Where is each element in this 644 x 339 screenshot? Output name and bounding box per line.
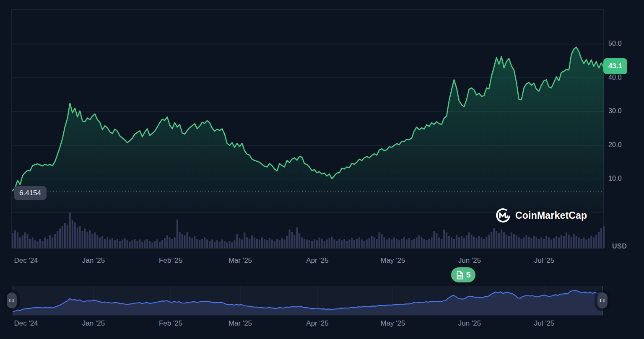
x-axis-month-label: Dec '24 [14, 256, 38, 265]
x-axis-month-label: Apr '25 [306, 256, 328, 265]
current-price-badge: 43.1 [603, 58, 627, 74]
x-axis-month-label: Feb '25 [159, 256, 182, 265]
x-axis-month-label: Jul '25 [534, 256, 555, 265]
document-icon [456, 271, 463, 279]
price-chart-page: 50.040.030.020.010.0 43.1 6.4154 CoinMar… [0, 0, 644, 339]
event-count: 5 [466, 270, 471, 279]
x-axis-month-label: Feb '25 [159, 319, 182, 328]
event-count-badge[interactable]: 5 [451, 267, 475, 282]
reference-price-label: 6.4154 [14, 186, 47, 200]
x-axis-month-label: Mar '25 [229, 319, 252, 328]
y-axis-tick-label: 10.0 [608, 175, 622, 182]
navigator-left-handle[interactable]: II [7, 292, 17, 308]
x-axis-month-label: Jan '25 [82, 256, 105, 265]
y-axis-tick-label: 50.0 [608, 40, 622, 47]
navigator-right-handle[interactable]: II [597, 292, 608, 308]
x-axis-month-label: Apr '25 [306, 319, 328, 328]
x-axis-month-label: Jun '25 [458, 319, 481, 328]
x-axis-month-label: May '25 [381, 256, 405, 265]
y-axis-tick-label: 40.0 [608, 74, 622, 81]
watermark-text: CoinMarketCap [515, 210, 587, 221]
price-chart-canvas[interactable] [0, 0, 644, 339]
x-axis-month-label: Jul '25 [534, 319, 555, 328]
currency-unit-label: USD [612, 243, 627, 250]
x-axis-month-label: Jan '25 [82, 319, 105, 328]
x-axis-month-label: Dec '24 [14, 319, 38, 328]
x-axis-month-label: Mar '25 [229, 256, 252, 265]
y-axis-tick-label: 20.0 [608, 141, 622, 149]
y-axis-tick-label: 30.0 [608, 107, 622, 115]
coinmarketcap-logo-icon [495, 207, 511, 223]
price-area-fill [13, 47, 604, 213]
watermark: CoinMarketCap [495, 207, 587, 223]
x-axis-month-label: May '25 [381, 319, 405, 328]
